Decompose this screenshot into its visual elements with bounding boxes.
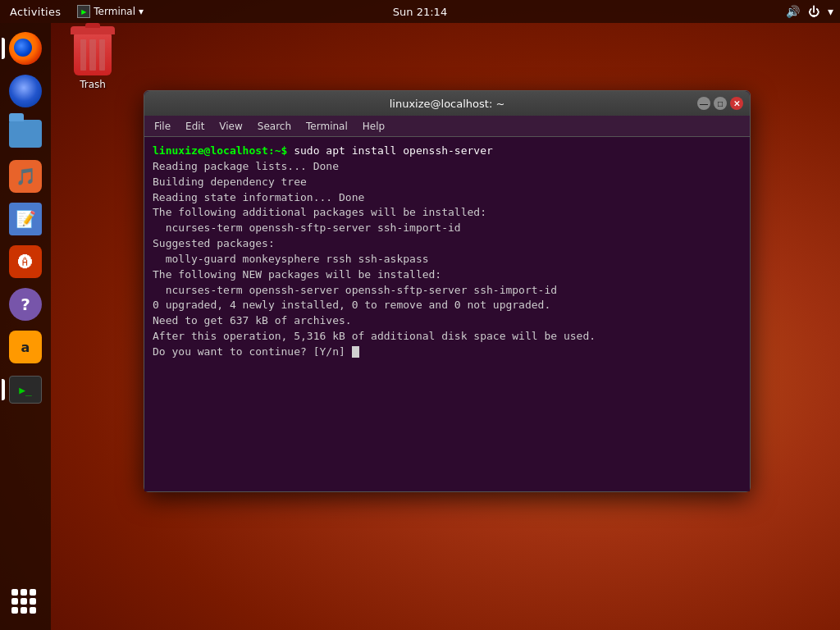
close-button[interactable]: ✕	[730, 97, 743, 110]
maximize-button[interactable]: □	[714, 97, 727, 110]
menu-terminal[interactable]: Terminal	[299, 119, 354, 134]
top-panel: Activities ▶ Terminal ▾ Sun 21:14 🔊 ⏻ ▾	[0, 0, 840, 23]
system-tray: 🔊 ⏻ ▾	[786, 5, 840, 18]
terminal-line-10: ncurses-term openssh-server openssh-sftp…	[153, 283, 742, 299]
sidebar-item-firefox[interactable]	[7, 30, 44, 67]
clock[interactable]: Sun 21:14	[393, 6, 447, 18]
system-menu-arrow[interactable]: ▾	[828, 5, 833, 18]
minimize-button[interactable]: —	[697, 97, 710, 110]
top-panel-left: Activities ▶ Terminal ▾	[0, 0, 144, 23]
terminal-taskbar-item[interactable]: ▶ Terminal ▾	[77, 5, 144, 18]
terminal-window-title: linuxize@localhost: ~	[390, 98, 505, 110]
menu-help[interactable]: Help	[356, 119, 391, 134]
terminal-line-1: linuxize@localhost:~$ sudo apt install o…	[153, 144, 742, 159]
menu-file[interactable]: File	[148, 119, 177, 134]
terminal-line-9: The following NEW packages will be insta…	[153, 267, 742, 283]
terminal-cursor	[352, 346, 359, 358]
sidebar-item-sound[interactable]: 🎵	[7, 158, 44, 195]
sidebar-item-notes[interactable]: 📝	[7, 200, 44, 238]
files-icon	[9, 120, 42, 148]
trash-icon	[74, 33, 112, 75]
terminal-line-8: molly-guard monkeysphere rssh ssh-askpas…	[153, 252, 742, 267]
terminal-titlebar: linuxize@localhost: ~ — □ ✕	[144, 91, 750, 116]
window-controls: — □ ✕	[697, 97, 743, 110]
apps-grid-icon	[11, 589, 39, 617]
terminal-menubar: File Edit View Search Terminal Help	[144, 116, 750, 137]
trash-label: Trash	[80, 79, 106, 90]
sidebar-item-apps-grid[interactable]	[7, 584, 44, 622]
amazon-icon: a	[9, 331, 42, 363]
terminal-line-2: Reading package lists... Done	[153, 159, 742, 175]
terminal-line-13: After this operation, 5,316 kB of additi…	[153, 329, 742, 345]
sidebar-item-help[interactable]: ?	[7, 285, 44, 323]
terminal-line-12: Need to get 637 kB of archives.	[153, 313, 742, 329]
sound-icon: 🎵	[9, 160, 42, 193]
menu-search[interactable]: Search	[251, 119, 298, 134]
terminal-line-3: Building dependency tree	[153, 175, 742, 190]
desktop-trash[interactable]: Trash	[74, 33, 112, 90]
terminal-line-4: Reading state information... Done	[153, 190, 742, 206]
thunderbird-icon	[9, 75, 42, 107]
menu-view[interactable]: View	[212, 119, 249, 134]
terminal-dropdown-arrow[interactable]: ▾	[139, 6, 144, 17]
trash-lines	[80, 39, 105, 71]
terminal-taskbar-icon: ▶	[77, 5, 90, 18]
power-icon[interactable]: ⏻	[808, 5, 819, 18]
terminal-window: linuxize@localhost: ~ — □ ✕ File Edit Vi…	[144, 90, 751, 492]
sidebar-item-software-center[interactable]: 🅐	[7, 243, 44, 281]
terminal-line-14: Do you want to continue? [Y/n]	[153, 345, 742, 360]
sidebar-dock: 🎵 📝 🅐 ? a ▶_	[0, 23, 51, 630]
terminal-line-7: Suggested packages:	[153, 236, 742, 252]
volume-icon[interactable]: 🔊	[786, 5, 800, 18]
firefox-icon	[9, 32, 42, 65]
terminal-line-5: The following additional packages will b…	[153, 205, 742, 221]
sidebar-item-amazon[interactable]: a	[7, 328, 44, 366]
terminal-output[interactable]: linuxize@localhost:~$ sudo apt install o…	[144, 137, 750, 491]
menu-edit[interactable]: Edit	[179, 119, 211, 134]
terminal-line-6: ncurses-term openssh-sftp-server ssh-imp…	[153, 221, 742, 236]
terminal-line-11: 0 upgraded, 4 newly installed, 0 to remo…	[153, 298, 742, 313]
desktop: Activities ▶ Terminal ▾ Sun 21:14 🔊 ⏻ ▾	[0, 0, 840, 630]
help-icon: ?	[9, 288, 42, 321]
sidebar-item-files[interactable]	[7, 115, 44, 153]
sidebar-item-thunderbird[interactable]	[7, 72, 44, 110]
notes-icon: 📝	[9, 203, 42, 235]
terminal-taskbar-label: Terminal	[94, 6, 135, 17]
software-center-icon: 🅐	[9, 245, 42, 278]
sidebar-item-terminal[interactable]: ▶_	[7, 371, 44, 409]
activities-button[interactable]: Activities	[0, 0, 71, 23]
terminal-dock-icon: ▶_	[9, 376, 42, 404]
